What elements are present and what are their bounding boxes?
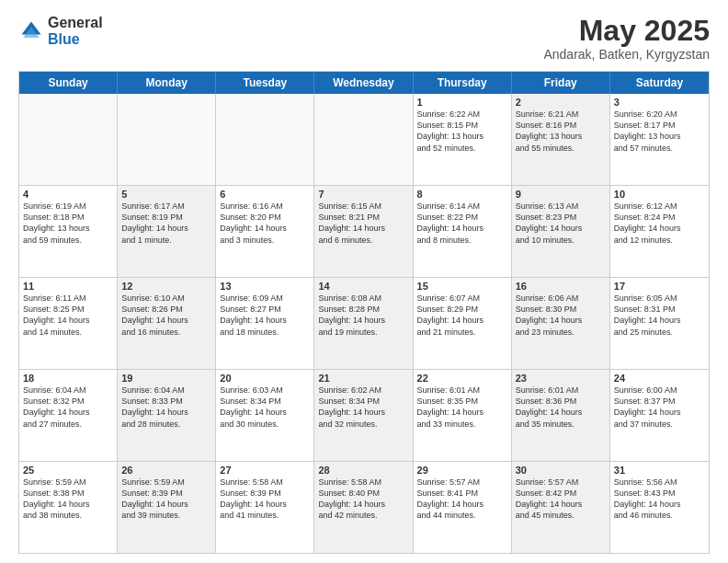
day-number-5: 5 — [121, 189, 211, 200]
cell-17: 17Sunrise: 6:05 AMSunset: 8:31 PMDayligh… — [610, 278, 709, 369]
calendar: Sunday Monday Tuesday Wednesday Thursday… — [18, 71, 710, 554]
cell-text-17: Sunrise: 6:05 AMSunset: 8:31 PMDaylight:… — [614, 293, 705, 338]
cell-text-19: Sunrise: 6:04 AMSunset: 8:33 PMDaylight:… — [121, 385, 211, 430]
cell-20: 20Sunrise: 6:03 AMSunset: 8:34 PMDayligh… — [216, 370, 314, 461]
header-tuesday: Tuesday — [216, 72, 314, 94]
cell-text-9: Sunrise: 6:13 AMSunset: 8:23 PMDaylight:… — [516, 201, 606, 246]
day-number-4: 4 — [23, 189, 113, 200]
logo: General Blue — [18, 15, 103, 47]
cell-text-26: Sunrise: 5:59 AMSunset: 8:39 PMDaylight:… — [121, 477, 211, 522]
cell-text-7: Sunrise: 6:15 AMSunset: 8:21 PMDaylight:… — [318, 201, 408, 246]
logo-general-text: General — [48, 15, 103, 31]
cell-12: 12Sunrise: 6:10 AMSunset: 8:26 PMDayligh… — [118, 278, 216, 369]
calendar-row-0: 1Sunrise: 6:22 AMSunset: 8:15 PMDaylight… — [19, 94, 709, 186]
cell-text-8: Sunrise: 6:14 AMSunset: 8:22 PMDaylight:… — [417, 201, 507, 246]
header-friday: Friday — [512, 72, 610, 94]
cell-25: 25Sunrise: 5:59 AMSunset: 8:38 PMDayligh… — [19, 462, 118, 553]
calendar-row-3: 18Sunrise: 6:04 AMSunset: 8:32 PMDayligh… — [19, 370, 709, 462]
cell-text-28: Sunrise: 5:58 AMSunset: 8:40 PMDaylight:… — [318, 477, 408, 522]
day-number-19: 19 — [121, 373, 211, 384]
logo-blue-text: Blue — [48, 31, 103, 48]
header: General Blue May 2025 Andarak, Batken, K… — [18, 15, 710, 62]
cell-text-27: Sunrise: 5:58 AMSunset: 8:39 PMDaylight:… — [220, 477, 310, 522]
cell-5: 5Sunrise: 6:17 AMSunset: 8:19 PMDaylight… — [118, 186, 216, 277]
day-number-3: 3 — [614, 97, 705, 108]
cell-text-25: Sunrise: 5:59 AMSunset: 8:38 PMDaylight:… — [23, 477, 113, 522]
cell-6: 6Sunrise: 6:16 AMSunset: 8:20 PMDaylight… — [216, 186, 314, 277]
cell-text-11: Sunrise: 6:11 AMSunset: 8:25 PMDaylight:… — [23, 293, 113, 338]
cell-22: 22Sunrise: 6:01 AMSunset: 8:35 PMDayligh… — [414, 370, 512, 461]
header-monday: Monday — [118, 72, 216, 94]
day-number-22: 22 — [417, 373, 507, 384]
cell-text-2: Sunrise: 6:21 AMSunset: 8:16 PMDaylight:… — [516, 109, 606, 154]
cell-empty-0-1 — [118, 94, 216, 185]
cell-28: 28Sunrise: 5:58 AMSunset: 8:40 PMDayligh… — [314, 462, 413, 553]
day-number-2: 2 — [516, 97, 606, 108]
location: Andarak, Batken, Kyrgyzstan — [543, 47, 710, 62]
cell-text-4: Sunrise: 6:19 AMSunset: 8:18 PMDaylight:… — [23, 201, 113, 246]
cell-11: 11Sunrise: 6:11 AMSunset: 8:25 PMDayligh… — [19, 278, 118, 369]
cell-4: 4Sunrise: 6:19 AMSunset: 8:18 PMDaylight… — [19, 186, 118, 277]
cell-empty-0-3 — [314, 94, 413, 185]
cell-8: 8Sunrise: 6:14 AMSunset: 8:22 PMDaylight… — [414, 186, 512, 277]
day-number-15: 15 — [417, 281, 507, 292]
day-number-13: 13 — [220, 281, 310, 292]
day-number-26: 26 — [121, 465, 211, 476]
calendar-body: 1Sunrise: 6:22 AMSunset: 8:15 PMDaylight… — [19, 94, 709, 553]
cell-30: 30Sunrise: 5:57 AMSunset: 8:42 PMDayligh… — [512, 462, 610, 553]
day-number-20: 20 — [220, 373, 310, 384]
cell-18: 18Sunrise: 6:04 AMSunset: 8:32 PMDayligh… — [19, 370, 118, 461]
cell-text-18: Sunrise: 6:04 AMSunset: 8:32 PMDaylight:… — [23, 385, 113, 430]
cell-text-20: Sunrise: 6:03 AMSunset: 8:34 PMDaylight:… — [220, 385, 310, 430]
cell-2: 2Sunrise: 6:21 AMSunset: 8:16 PMDaylight… — [512, 94, 610, 185]
cell-text-5: Sunrise: 6:17 AMSunset: 8:19 PMDaylight:… — [121, 201, 211, 246]
cell-text-3: Sunrise: 6:20 AMSunset: 8:17 PMDaylight:… — [614, 109, 705, 154]
month-year: May 2025 — [543, 15, 710, 47]
header-sunday: Sunday — [19, 72, 118, 94]
day-number-28: 28 — [318, 465, 408, 476]
day-number-23: 23 — [516, 373, 606, 384]
cell-text-22: Sunrise: 6:01 AMSunset: 8:35 PMDaylight:… — [417, 385, 507, 430]
cell-text-23: Sunrise: 6:01 AMSunset: 8:36 PMDaylight:… — [516, 385, 606, 430]
day-number-25: 25 — [23, 465, 113, 476]
cell-text-24: Sunrise: 6:00 AMSunset: 8:37 PMDaylight:… — [614, 385, 705, 430]
day-number-11: 11 — [23, 281, 113, 292]
cell-text-13: Sunrise: 6:09 AMSunset: 8:27 PMDaylight:… — [220, 293, 310, 338]
title-block: May 2025 Andarak, Batken, Kyrgyzstan — [543, 15, 710, 62]
cell-3: 3Sunrise: 6:20 AMSunset: 8:17 PMDaylight… — [610, 94, 709, 185]
calendar-row-2: 11Sunrise: 6:11 AMSunset: 8:25 PMDayligh… — [19, 278, 709, 370]
calendar-row-1: 4Sunrise: 6:19 AMSunset: 8:18 PMDaylight… — [19, 186, 709, 278]
cell-text-30: Sunrise: 5:57 AMSunset: 8:42 PMDaylight:… — [516, 477, 606, 522]
day-number-17: 17 — [614, 281, 705, 292]
cell-text-6: Sunrise: 6:16 AMSunset: 8:20 PMDaylight:… — [220, 201, 310, 246]
day-number-29: 29 — [417, 465, 507, 476]
logo-icon — [18, 18, 44, 44]
day-number-27: 27 — [220, 465, 310, 476]
header-saturday: Saturday — [610, 72, 709, 94]
cell-31: 31Sunrise: 5:56 AMSunset: 8:43 PMDayligh… — [610, 462, 709, 553]
cell-text-15: Sunrise: 6:07 AMSunset: 8:29 PMDaylight:… — [417, 293, 507, 338]
logo-text: General Blue — [48, 15, 103, 47]
cell-empty-0-2 — [216, 94, 314, 185]
cell-text-10: Sunrise: 6:12 AMSunset: 8:24 PMDaylight:… — [614, 201, 705, 246]
cell-24: 24Sunrise: 6:00 AMSunset: 8:37 PMDayligh… — [610, 370, 709, 461]
cell-21: 21Sunrise: 6:02 AMSunset: 8:34 PMDayligh… — [314, 370, 413, 461]
day-number-9: 9 — [516, 189, 606, 200]
cell-text-29: Sunrise: 5:57 AMSunset: 8:41 PMDaylight:… — [417, 477, 507, 522]
cell-text-12: Sunrise: 6:10 AMSunset: 8:26 PMDaylight:… — [121, 293, 211, 338]
cell-19: 19Sunrise: 6:04 AMSunset: 8:33 PMDayligh… — [118, 370, 216, 461]
cell-text-31: Sunrise: 5:56 AMSunset: 8:43 PMDaylight:… — [614, 477, 705, 522]
cell-29: 29Sunrise: 5:57 AMSunset: 8:41 PMDayligh… — [414, 462, 512, 553]
calendar-row-4: 25Sunrise: 5:59 AMSunset: 8:38 PMDayligh… — [19, 462, 709, 553]
cell-9: 9Sunrise: 6:13 AMSunset: 8:23 PMDaylight… — [512, 186, 610, 277]
cell-15: 15Sunrise: 6:07 AMSunset: 8:29 PMDayligh… — [414, 278, 512, 369]
day-number-16: 16 — [516, 281, 606, 292]
day-number-7: 7 — [318, 189, 408, 200]
header-thursday: Thursday — [414, 72, 512, 94]
day-number-18: 18 — [23, 373, 113, 384]
header-wednesday: Wednesday — [314, 72, 413, 94]
cell-10: 10Sunrise: 6:12 AMSunset: 8:24 PMDayligh… — [610, 186, 709, 277]
cell-23: 23Sunrise: 6:01 AMSunset: 8:36 PMDayligh… — [512, 370, 610, 461]
cell-1: 1Sunrise: 6:22 AMSunset: 8:15 PMDaylight… — [414, 94, 512, 185]
day-number-30: 30 — [516, 465, 606, 476]
